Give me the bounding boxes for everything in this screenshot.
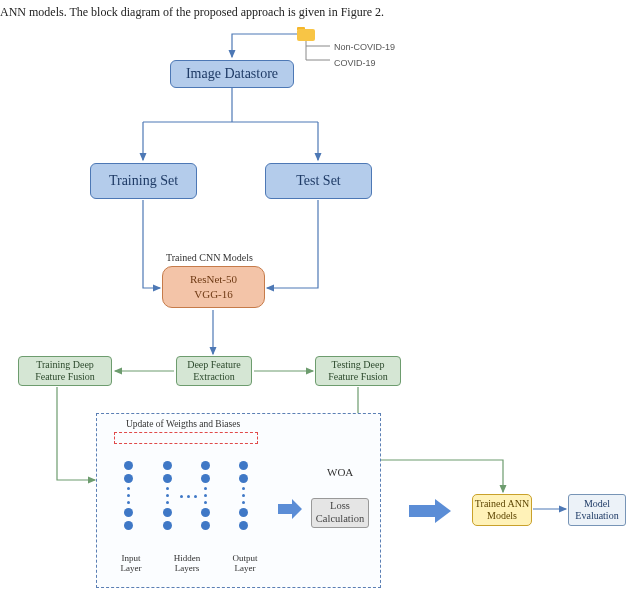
hidden-l1: Hidden: [174, 553, 201, 563]
testing-fusion-l1: Testing Deep: [332, 359, 385, 371]
nn-node: [124, 508, 133, 517]
nn-hidden-layer-2: [201, 461, 210, 530]
nn-node: [239, 508, 248, 517]
test-set-label: Test Set: [296, 173, 341, 189]
update-weights-label: Update of Weigths and Biases: [126, 419, 240, 429]
weights-biases-box: [114, 432, 258, 444]
loss-calculation-box: Loss Calculation: [311, 498, 369, 528]
nn-dot: [166, 501, 169, 504]
nn-node: [163, 521, 172, 530]
deep-feat-l2: Extraction: [193, 371, 235, 383]
nn-dot: [204, 494, 207, 497]
nn-dot: [242, 501, 245, 504]
training-fusion-box: Training Deep Feature Fusion: [18, 356, 112, 386]
testing-fusion-box: Testing Deep Feature Fusion: [315, 356, 401, 386]
folder-icon: [297, 27, 315, 41]
nn-node: [239, 474, 248, 483]
nn-node: [124, 474, 133, 483]
trained-ann-l2: Models: [487, 510, 517, 522]
output-l2: Layer: [235, 563, 256, 573]
output-l1: Output: [232, 553, 257, 563]
model-evaluation-box: Model Evaluation: [568, 494, 626, 526]
model-eval-l1: Model: [584, 498, 610, 510]
input-l1: Input: [122, 553, 141, 563]
class-label-non-covid: Non-COVID-19: [334, 42, 395, 52]
woa-label: WOA: [327, 466, 353, 478]
hidden-ellipsis: [180, 495, 197, 498]
test-set-box: Test Set: [265, 163, 372, 199]
loss-l1: Loss: [330, 500, 350, 513]
arrow-nn-to-loss: [276, 498, 304, 524]
nn-dot: [127, 501, 130, 504]
nn-dot: [242, 487, 245, 490]
nn-output-layer: [239, 461, 248, 530]
output-layer-label: Output Layer: [228, 553, 262, 573]
nn-node: [124, 461, 133, 470]
nn-hidden-layer-1: [163, 461, 172, 530]
nn-dot: [166, 494, 169, 497]
caption-text: ANN models. The block diagram of the pro…: [0, 5, 384, 20]
hidden-layers-label: Hidden Layers: [166, 553, 208, 573]
cnn-models-box: ResNet-50 VGG-16: [162, 266, 265, 308]
deep-feature-extraction-box: Deep Feature Extraction: [176, 356, 252, 386]
nn-input-layer: [124, 461, 133, 530]
nn-dot: [204, 487, 207, 490]
arrow-to-trained-ann: [407, 498, 453, 528]
nn-node: [163, 461, 172, 470]
loss-l2: Calculation: [316, 513, 364, 526]
class-label-covid: COVID-19: [334, 58, 376, 68]
hidden-l2: Layers: [175, 563, 200, 573]
image-datastore-label: Image Datastore: [186, 66, 278, 82]
training-fusion-l2: Feature Fusion: [35, 371, 95, 383]
nn-node: [239, 521, 248, 530]
nn-dot: [127, 494, 130, 497]
model-eval-l2: Evaluation: [575, 510, 618, 522]
deep-feat-l1: Deep Feature: [187, 359, 241, 371]
nn-dot: [242, 494, 245, 497]
training-set-box: Training Set: [90, 163, 197, 199]
nn-node: [163, 474, 172, 483]
training-set-label: Training Set: [109, 173, 178, 189]
trained-ann-models-box: Trained ANN Models: [472, 494, 532, 526]
resnet-label: ResNet-50: [190, 272, 237, 287]
nn-node: [239, 461, 248, 470]
nn-dot: [166, 487, 169, 490]
trained-ann-l1: Trained ANN: [475, 498, 529, 510]
nn-node: [124, 521, 133, 530]
nn-dot: [204, 501, 207, 504]
nn-node: [201, 508, 210, 517]
image-datastore-box: Image Datastore: [170, 60, 294, 88]
input-layer-label: Input Layer: [117, 553, 145, 573]
nn-node: [163, 508, 172, 517]
nn-node: [201, 474, 210, 483]
training-fusion-l1: Training Deep: [36, 359, 94, 371]
nn-node: [201, 521, 210, 530]
nn-dot: [127, 487, 130, 490]
nn-node: [201, 461, 210, 470]
cnn-models-title: Trained CNN Models: [166, 252, 253, 263]
vgg-label: VGG-16: [194, 287, 233, 302]
input-l2: Layer: [121, 563, 142, 573]
testing-fusion-l2: Feature Fusion: [328, 371, 388, 383]
